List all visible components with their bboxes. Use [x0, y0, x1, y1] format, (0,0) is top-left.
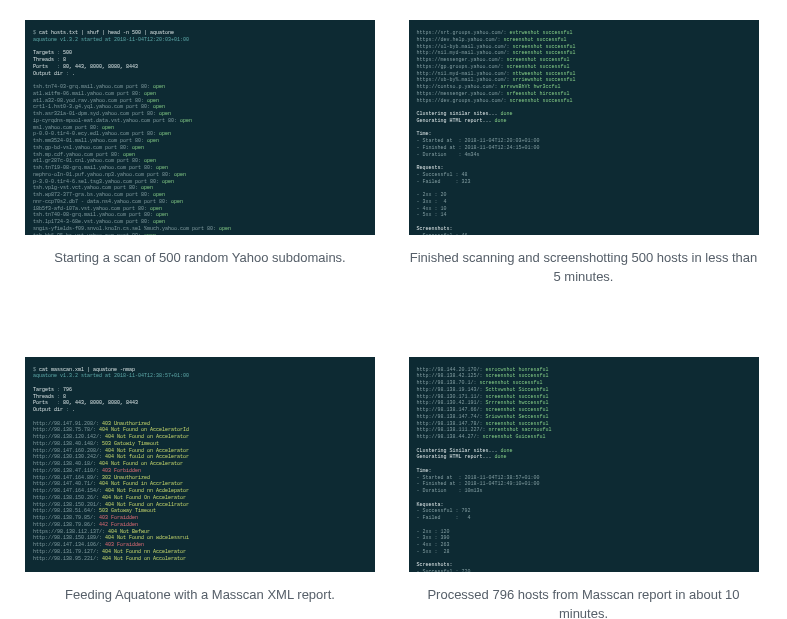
caption: Finished scanning and screenshotting 500… — [409, 249, 759, 287]
caption: Starting a scan of 500 random Yahoo subd… — [25, 249, 375, 268]
terminal-screenshot: $ cat hosts.txt | shuf | head -n 500 | a… — [25, 20, 375, 235]
gallery-item: http://98.144.20.170/: esrocwshot honres… — [409, 357, 763, 619]
caption: Processed 796 hosts from Masscan report … — [409, 586, 759, 619]
caption: Feeding Aquatone with a Masscan XML repo… — [25, 586, 375, 605]
terminal-screenshot: $ cat masscan.xml | aquatone -nmap aquat… — [25, 357, 375, 572]
screenshot-gallery: $ cat hosts.txt | shuf | head -n 500 | a… — [25, 20, 762, 619]
gallery-item: https://srt.groups.yahoo.com/: evtrwesho… — [409, 20, 763, 287]
gallery-item: $ cat masscan.xml | aquatone -nmap aquat… — [25, 357, 379, 619]
gallery-item: $ cat hosts.txt | shuf | head -n 500 | a… — [25, 20, 379, 287]
terminal-screenshot: https://srt.groups.yahoo.com/: evtrwesho… — [409, 20, 759, 235]
terminal-screenshot: http://98.144.20.170/: esrocwshot honres… — [409, 357, 759, 572]
